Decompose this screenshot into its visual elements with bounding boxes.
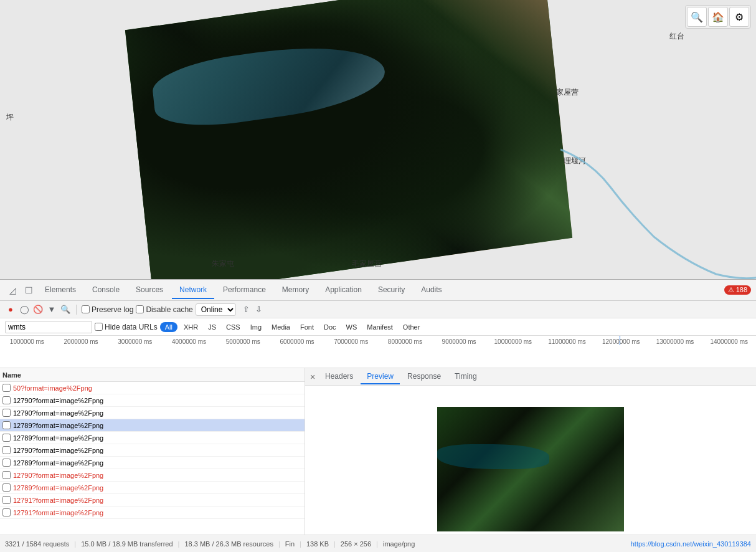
close-detail-button[interactable]: × bbox=[308, 372, 318, 382]
request-item[interactable]: 50?format=image%2Fpng bbox=[0, 382, 305, 394]
preserve-log-label[interactable]: Preserve log bbox=[82, 305, 133, 314]
filter-btn-media[interactable]: Media bbox=[268, 322, 294, 332]
download-icon[interactable]: ⇩ bbox=[253, 304, 265, 315]
request-item[interactable]: 12790?format=image%2Fpng bbox=[0, 444, 305, 457]
search-button[interactable]: 🔍 bbox=[60, 304, 71, 315]
filter-btn-css[interactable]: CSS bbox=[222, 322, 244, 332]
name-header: Name bbox=[2, 371, 21, 379]
filter-btn-js[interactable]: JS bbox=[204, 322, 220, 332]
mobile-icon[interactable]: ☐ bbox=[21, 283, 36, 298]
preserve-log-checkbox[interactable] bbox=[82, 305, 90, 313]
disable-cache-checkbox[interactable] bbox=[136, 305, 144, 313]
filter-icon[interactable]: ▼ bbox=[46, 304, 57, 315]
req-name-2: 12790?format=image%2Fpng bbox=[13, 397, 103, 404]
dtab-response[interactable]: Response bbox=[401, 369, 447, 384]
request-item[interactable]: 12789?format=image%2Fpng bbox=[0, 432, 305, 444]
request-item[interactable]: 12789?format=image%2Fpng bbox=[0, 457, 305, 469]
request-item[interactable]: 12789?format=image%2Fpng bbox=[0, 419, 305, 432]
detail-content bbox=[305, 386, 756, 552]
network-toolbar: ● ◯ 🚫 ▼ 🔍 Preserve log Disable cache Onl… bbox=[0, 301, 756, 318]
req-checkbox-1[interactable] bbox=[2, 384, 11, 392]
req-name-4: 12789?format=image%2Fpng bbox=[13, 422, 103, 429]
filter-btn-xhr[interactable]: XHR bbox=[180, 322, 202, 332]
timeline-label-10: 11000000 ms bbox=[540, 338, 594, 345]
timeline-bar: 1000000 ms 2000000 ms 3000000 ms 4000000… bbox=[0, 336, 756, 368]
req-checkbox-8[interactable] bbox=[2, 471, 11, 479]
request-item[interactable]: 12791?format=image%2Fpng bbox=[0, 494, 305, 507]
tab-elements[interactable]: Elements bbox=[37, 282, 83, 299]
req-checkbox-9[interactable] bbox=[2, 483, 11, 492]
filter-btn-other[interactable]: Other bbox=[399, 322, 424, 332]
req-checkbox-3[interactable] bbox=[2, 409, 11, 417]
req-checkbox-5[interactable] bbox=[2, 434, 11, 442]
timeline-label-5: 6000000 ms bbox=[270, 338, 324, 345]
map-label-left: 坪 bbox=[6, 112, 14, 123]
tab-performance[interactable]: Performance bbox=[215, 282, 273, 299]
req-name-3: 12790?format=image%2Fpng bbox=[13, 409, 103, 417]
map-label-maojiawuying: 毛家屋营 bbox=[352, 259, 382, 269]
req-checkbox-4[interactable] bbox=[2, 421, 11, 429]
clear-button[interactable]: 🚫 bbox=[32, 304, 44, 315]
map-label-hongtai: 红台 bbox=[669, 31, 684, 42]
filter-input[interactable] bbox=[5, 321, 92, 333]
timeline-cursor bbox=[620, 336, 620, 345]
timeline-label-11: 12000000 ms bbox=[594, 338, 648, 345]
size-info: 138 KB bbox=[306, 540, 329, 548]
status-url[interactable]: https://blog.csdn.net/weixin_430119384 bbox=[631, 540, 751, 548]
devtools-tab-bar: ◿ ☐ Elements Console Sources Network Per… bbox=[0, 280, 756, 301]
disable-cache-label[interactable]: Disable cache bbox=[136, 305, 192, 314]
hide-data-urls-label[interactable]: Hide data URLs bbox=[95, 323, 158, 331]
filter-btn-font[interactable]: Font bbox=[296, 322, 318, 332]
tab-sources[interactable]: Sources bbox=[128, 282, 171, 299]
dtab-timing[interactable]: Timing bbox=[448, 369, 483, 384]
req-checkbox-10[interactable] bbox=[2, 496, 11, 504]
request-item[interactable]: 12790?format=image%2Fpng bbox=[0, 469, 305, 482]
request-item[interactable]: 12791?format=image%2Fpng bbox=[0, 507, 305, 519]
request-item[interactable]: 12790?format=image%2Fpng bbox=[0, 407, 305, 419]
filter-btn-ws[interactable]: WS bbox=[343, 322, 361, 332]
tab-application[interactable]: Application bbox=[318, 282, 369, 299]
timeline-label-6: 7000000 ms bbox=[324, 338, 378, 345]
upload-icon[interactable]: ⇧ bbox=[241, 304, 252, 315]
tab-security[interactable]: Security bbox=[371, 282, 412, 299]
detail-tab-bar: × Headers Preview Response Timing bbox=[305, 368, 756, 386]
requests-info: 3321 / 1584 requests bbox=[5, 540, 69, 548]
req-checkbox-6[interactable] bbox=[2, 446, 11, 454]
river-svg bbox=[560, 112, 756, 279]
inspect-icon[interactable]: ◿ bbox=[5, 283, 20, 298]
request-item[interactable]: 12789?format=image%2Fpng bbox=[0, 482, 305, 494]
request-item[interactable]: 12790?format=image%2Fpng bbox=[0, 394, 305, 407]
tab-console[interactable]: Console bbox=[85, 282, 127, 299]
search-icon-map[interactable]: 🔍 bbox=[687, 7, 707, 27]
tab-memory[interactable]: Memory bbox=[275, 282, 316, 299]
transferred-info: 15.0 MB / 18.9 MB transferred bbox=[81, 540, 172, 548]
filter-btn-manifest[interactable]: Manifest bbox=[363, 322, 397, 332]
tab-audits[interactable]: Audits bbox=[413, 282, 449, 299]
request-list-header: Name bbox=[0, 368, 305, 382]
filter-btn-doc[interactable]: Doc bbox=[320, 322, 340, 332]
req-name-9: 12789?format=image%2Fpng bbox=[13, 484, 103, 492]
type-info: image/png bbox=[383, 540, 415, 548]
dtab-headers[interactable]: Headers bbox=[319, 369, 359, 384]
settings-icon-map[interactable]: ⚙ bbox=[729, 7, 749, 27]
timeline-labels: 1000000 ms 2000000 ms 3000000 ms 4000000… bbox=[0, 336, 756, 345]
timeline-label-0: 1000000 ms bbox=[0, 338, 54, 345]
dtab-preview[interactable]: Preview bbox=[361, 369, 400, 384]
satellite-image bbox=[125, 0, 572, 279]
req-name-8: 12790?format=image%2Fpng bbox=[13, 472, 103, 479]
filter-btn-img[interactable]: Img bbox=[247, 322, 265, 332]
req-checkbox-2[interactable] bbox=[2, 396, 11, 404]
hide-data-urls-checkbox[interactable] bbox=[95, 323, 103, 331]
stop-button[interactable]: ◯ bbox=[19, 304, 30, 315]
req-checkbox-7[interactable] bbox=[2, 459, 11, 467]
devtools-panel: ◿ ☐ Elements Console Sources Network Per… bbox=[0, 279, 756, 552]
record-button[interactable]: ● bbox=[5, 304, 16, 315]
request-list-body[interactable]: 50?format=image%2Fpng 12790?format=image… bbox=[0, 382, 305, 552]
tab-network[interactable]: Network bbox=[172, 282, 214, 299]
home-icon-map[interactable]: 🏠 bbox=[708, 7, 728, 27]
throttle-select[interactable]: Online bbox=[196, 303, 236, 316]
req-checkbox-11[interactable] bbox=[2, 508, 11, 516]
filter-btn-all[interactable]: All bbox=[160, 322, 177, 332]
timeline-label-2: 3000000 ms bbox=[108, 338, 162, 345]
map-label-jiawuying: 家屋营 bbox=[556, 87, 579, 98]
